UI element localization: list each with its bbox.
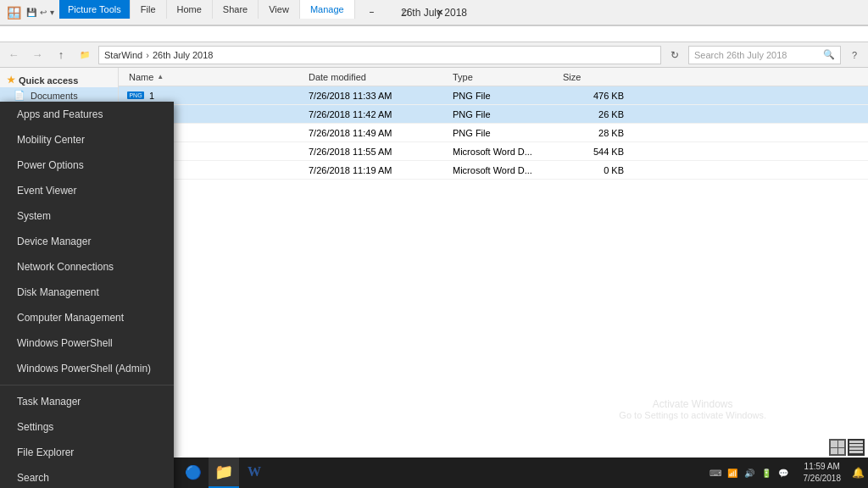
context-menu-item[interactable]: Mobility Center — [0, 127, 174, 152]
taskbar-app-folder[interactable]: 📁 — [209, 458, 239, 488]
header-size[interactable]: Size — [563, 72, 631, 82]
context-menu-item[interactable]: Settings — [0, 414, 174, 440]
minimize-button[interactable]: − — [355, 0, 389, 25]
ribbon-tab-bar: Picture Tools File Home Share View Manag… — [59, 0, 355, 19]
context-menu-item[interactable]: Network Connections — [0, 254, 174, 280]
table-row[interactable]: PNG 1 7/26/2018 11:33 AM PNG File 476 KB — [119, 86, 868, 105]
path-segment-starwind: StarWind — [104, 50, 142, 60]
undo-icon: ↩ — [40, 8, 47, 17]
menu-item-label: Mobility Center — [17, 134, 85, 146]
file-date: 7/26/2018 11:55 AM — [309, 147, 453, 157]
menu-item-label: Windows PowerShell — [17, 337, 113, 349]
file-size: 28 KB — [563, 128, 631, 138]
context-menu: Apps and Features Mobility Center Power … — [0, 102, 174, 488]
path-segment-date: 26th July 2018 — [153, 50, 214, 60]
file-date: 7/26/2018 11:19 AM — [309, 165, 453, 175]
address-path[interactable]: StarWind › 26th July 2018 — [98, 46, 661, 64]
file-type: PNG File — [453, 109, 563, 119]
notification-icon: 🔔 — [852, 467, 865, 479]
notification-button[interactable]: 🔔 — [848, 458, 868, 488]
context-menu-item[interactable]: Search — [0, 465, 174, 488]
table-row[interactable]: PNG 2 7/26/2018 11:42 AM PNG File 26 KB — [119, 105, 868, 124]
header-date-modified[interactable]: Date modified — [309, 72, 453, 82]
keyboard-icon[interactable]: ⌨ — [709, 466, 722, 480]
quick-access-label: Quick access — [19, 75, 78, 86]
refresh-button[interactable]: ↻ — [665, 45, 685, 65]
context-menu-item[interactable]: Computer Management — [0, 305, 174, 330]
header-type[interactable]: Type — [453, 72, 563, 82]
context-menu-item[interactable]: Windows PowerShell (Admin) — [0, 356, 174, 381]
context-menu-item[interactable]: Windows PowerShell — [0, 330, 174, 356]
menu-item-label: System — [17, 210, 51, 222]
help-button[interactable]: ? — [844, 45, 865, 65]
back-button[interactable]: ← — [3, 45, 24, 65]
menu-item-label: Task Manager — [17, 396, 81, 408]
tab-file[interactable]: File — [131, 0, 167, 19]
file-date: 7/26/2018 11:49 AM — [309, 128, 453, 138]
table-row[interactable]: W 7/26/2018 11:19 AM Microsoft Word D...… — [119, 161, 868, 180]
menu-item-label: Device Manager — [17, 236, 91, 247]
context-menu-item[interactable]: Event Viewer — [0, 178, 174, 203]
tab-home[interactable]: Home — [167, 0, 213, 19]
view-toggle — [829, 439, 865, 456]
taskbar-time-display: 11:59 AM — [804, 461, 842, 473]
chrome-icon: 🔵 — [185, 464, 202, 480]
grid-view-button[interactable] — [829, 439, 846, 456]
tab-manage[interactable]: Manage — [300, 0, 355, 19]
file-name: 1 — [149, 91, 154, 101]
file-size: 476 KB — [563, 91, 631, 101]
file-list-header: Name ▲ Date modified Type Size — [119, 68, 868, 86]
context-menu-item[interactable]: Task Manager — [0, 389, 174, 414]
menu-item-label: Windows PowerShell (Admin) — [17, 363, 151, 374]
window-title: 26th July 2018 — [401, 0, 467, 25]
file-type: PNG File — [453, 91, 563, 101]
menu-divider — [0, 385, 174, 385]
tab-view[interactable]: View — [259, 0, 300, 19]
menu-item-label: Search — [17, 472, 49, 484]
file-name-cell: PNG 1 — [122, 89, 309, 103]
context-menu-item[interactable]: Apps and Features — [0, 102, 174, 127]
file-size: 544 KB — [563, 147, 631, 157]
context-menu-item[interactable]: File Explorer — [0, 440, 174, 465]
tab-share[interactable]: Share — [213, 0, 259, 19]
volume-icon[interactable]: 🔊 — [743, 466, 756, 480]
taskbar-app-word[interactable]: W — [239, 458, 270, 488]
file-rows-container: PNG 1 7/26/2018 11:33 AM PNG File 476 KB… — [119, 86, 868, 180]
context-menu-item[interactable]: System — [0, 203, 174, 229]
network-icon[interactable]: 📶 — [726, 466, 739, 480]
table-row[interactable]: PNG 7/26/2018 11:49 AM PNG File 28 KB — [119, 124, 868, 142]
ribbon-content — [0, 25, 868, 42]
header-name[interactable]: Name ▲ — [122, 72, 309, 82]
sidebar-section-quick-access[interactable]: ★ Quick access — [0, 71, 118, 87]
taskbar-clock[interactable]: 11:59 AM 7/26/2018 — [797, 461, 849, 485]
file-type: Microsoft Word D... — [453, 165, 563, 175]
word-icon: W — [248, 464, 261, 480]
table-row[interactable]: W 7/26/2018 11:55 AM Microsoft Word D...… — [119, 142, 868, 161]
menu-item-label: Apps and Features — [17, 108, 103, 120]
path-separator: › — [146, 50, 149, 60]
png-file-icon: PNG — [129, 89, 142, 103]
menu-item-label: Power Options — [17, 159, 84, 171]
taskbar-app-chrome[interactable]: 🔵 — [178, 458, 209, 488]
menu-item-label: Disk Management — [17, 286, 99, 298]
forward-button[interactable]: → — [27, 45, 47, 65]
context-menu-item[interactable]: Power Options — [0, 152, 174, 178]
context-menu-item[interactable]: Device Manager — [0, 229, 174, 254]
search-box[interactable]: Search 26th July 2018 🔍 — [688, 46, 841, 64]
file-date: 7/26/2018 11:42 AM — [309, 109, 453, 119]
context-menu-item[interactable]: Disk Management — [0, 280, 174, 305]
search-icon: 🔍 — [823, 49, 835, 60]
up-button[interactable]: ↑ — [51, 45, 71, 65]
menu-item-label: Network Connections — [17, 261, 114, 273]
star-icon: ★ — [7, 75, 15, 86]
save-icon: 💾 — [26, 8, 36, 17]
sort-arrow: ▲ — [157, 73, 164, 80]
list-view-button[interactable] — [848, 439, 865, 456]
action-center-icon[interactable]: 💬 — [776, 466, 790, 480]
menu-item-label: Settings — [17, 421, 53, 433]
battery-icon[interactable]: 🔋 — [760, 466, 773, 480]
recent-locations-button[interactable]: 📁 — [75, 45, 95, 65]
taskbar-apps: 🌐 ⭕ ℯ 🔵 📁 W — [86, 458, 702, 488]
tab-picture-tools[interactable]: Picture Tools — [59, 0, 131, 19]
documents-icon: 📄 — [14, 90, 25, 101]
